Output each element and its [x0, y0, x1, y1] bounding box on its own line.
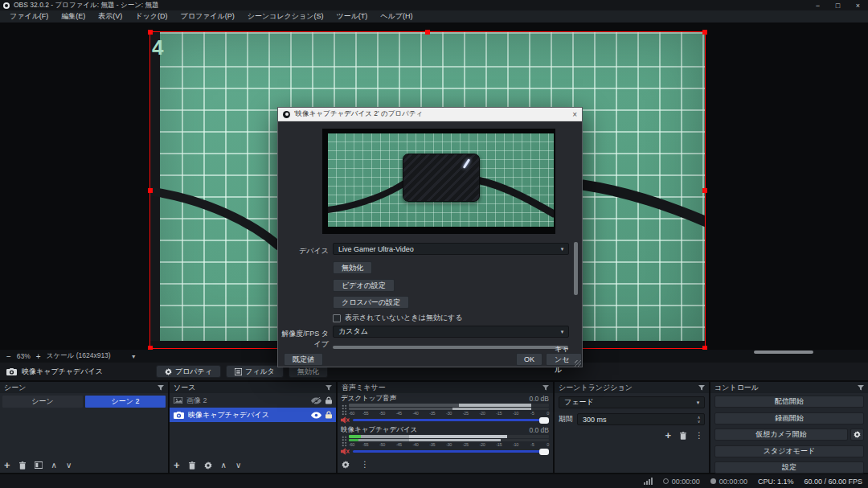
camera-icon	[6, 368, 17, 375]
duration-spinbox[interactable]: 300 ms ∧∨	[577, 413, 705, 425]
transition-selected-value: フェード	[564, 397, 594, 408]
start-recording-button[interactable]: 録画開始	[714, 412, 864, 424]
add-scene-icon[interactable]: +	[4, 460, 10, 470]
dialog-title-bar[interactable]: '映像キャプチャデバイス 2' のプロパティ ×	[278, 108, 582, 121]
scenes-dock-header: シーン	[0, 382, 168, 393]
transitions-content: フェード ▾ 期間 300 ms ∧∨ + ⋮	[555, 393, 709, 473]
source-row-image[interactable]: 画像 2	[170, 393, 336, 408]
add-source-icon[interactable]: +	[174, 460, 180, 470]
resize-handle-middle-right[interactable]	[702, 188, 707, 193]
channel-name: デスクトップ音声	[341, 394, 396, 404]
minimize-button[interactable]: −	[808, 0, 828, 10]
source-properties-gear-icon[interactable]	[204, 461, 212, 470]
sources-dock-header: ソース	[170, 382, 336, 393]
mute-icon[interactable]	[341, 416, 350, 424]
start-virtual-camera-button[interactable]: 仮想カメラ開始	[714, 429, 848, 441]
settings-button[interactable]: 設定	[714, 461, 864, 474]
mixer-menu-kebab-icon[interactable]: ⋮	[361, 461, 369, 469]
title-bar: OBS 32.0.2 - プロファイル: 無題 - シーン: 無題 − □ ×	[0, 0, 868, 10]
close-button[interactable]: ×	[848, 0, 868, 10]
transitions-dock-header: シーントランジション	[555, 382, 709, 393]
visibility-off-icon[interactable]	[311, 397, 321, 404]
studio-mode-button[interactable]: スタジオモード	[714, 445, 864, 457]
start-streaming-button[interactable]: 配信開始	[714, 396, 864, 408]
deactivate-when-not-showing-checkbox[interactable]: 表示されていないときは無効にする	[333, 313, 463, 323]
volume-slider[interactable]	[353, 450, 549, 453]
dialog-vertical-scrollbar[interactable]	[574, 242, 578, 295]
dock-filter-icon[interactable]	[542, 385, 549, 391]
deactivate-device-button[interactable]: 無効化	[333, 261, 372, 274]
volume-slider[interactable]	[353, 419, 549, 421]
zoom-in-button[interactable]: +	[36, 352, 41, 361]
menu-scene-collection[interactable]: シーンコレクション(S)	[241, 10, 330, 23]
ok-button[interactable]: OK	[516, 353, 542, 366]
configure-video-button[interactable]: ビデオの設定	[333, 279, 395, 292]
audio-mixer-dock: 音声ミキサー デスクトップ音声 0.0 dB	[338, 382, 553, 473]
move-source-up-icon[interactable]: ∧	[221, 461, 227, 470]
preview-horizontal-scrollbar[interactable]	[754, 351, 813, 354]
menu-file[interactable]: ファイル(F)	[3, 10, 55, 23]
menu-view[interactable]: 表示(V)	[92, 10, 129, 23]
scene-item-2[interactable]: シーン 2	[85, 396, 166, 408]
dialog-body: デバイス Live Gamer Ultra-Video ▾ 無効化 ビデオの設定…	[278, 121, 582, 367]
properties-button-label: プロパティ	[175, 367, 212, 377]
lock-icon[interactable]	[326, 396, 332, 404]
resize-handle-top-center[interactable]	[425, 30, 430, 35]
volume-slider-handle[interactable]	[539, 449, 549, 455]
advanced-audio-gear-icon[interactable]	[342, 461, 350, 469]
dropdown-caret-icon: ▾	[692, 400, 704, 406]
mixer-dock-title: 音声ミキサー	[342, 383, 386, 393]
transition-select[interactable]: フェード ▾	[559, 396, 705, 408]
transitions-dock: シーントランジション フェード ▾ 期間 300 ms ∧∨	[555, 382, 709, 473]
device-select[interactable]: Live Gamer Ultra-Video ▾	[333, 243, 569, 255]
checkbox-icon[interactable]	[333, 314, 341, 322]
resize-handle-top-left[interactable]	[148, 30, 153, 35]
mute-icon[interactable]	[341, 448, 350, 455]
res-fps-select[interactable]: カスタム ▾	[333, 326, 569, 338]
properties-button[interactable]: プロパティ	[156, 365, 221, 378]
menu-profile[interactable]: プロファイル(P)	[174, 10, 240, 23]
dock-filter-icon[interactable]	[326, 385, 332, 391]
dock-filter-icon[interactable]	[158, 385, 164, 391]
remove-scene-icon[interactable]	[19, 461, 26, 470]
channel-drag-grip[interactable]	[341, 404, 346, 416]
defaults-button[interactable]: 既定値	[284, 353, 323, 366]
channel-drag-grip[interactable]	[341, 435, 346, 447]
remove-source-icon[interactable]	[189, 461, 195, 470]
dock-filter-icon[interactable]	[858, 385, 864, 391]
dialog-close-button[interactable]: ×	[561, 110, 577, 119]
lock-icon[interactable]	[326, 411, 332, 419]
record-status-icon	[710, 478, 716, 484]
resize-handle-top-right[interactable]	[702, 30, 707, 35]
zoom-out-button[interactable]: −	[6, 352, 11, 361]
menu-edit[interactable]: 編集(E)	[55, 10, 92, 23]
sources-list: 画像 2 映像キャプチャデバイス	[170, 393, 336, 473]
scene-item-1[interactable]: シーン	[2, 396, 83, 408]
move-scene-up-icon[interactable]: ∧	[51, 461, 57, 470]
filters-button[interactable]: フィルタ	[226, 365, 284, 378]
source-row-capture-device[interactable]: 映像キャプチャデバイス	[170, 408, 336, 422]
scenes-toolbar: + ∧ ∨	[4, 460, 72, 470]
volume-slider-handle[interactable]	[539, 417, 549, 424]
visibility-on-icon[interactable]	[311, 412, 321, 419]
menu-help[interactable]: ヘルプ(H)	[374, 10, 419, 23]
dock-filter-icon[interactable]	[698, 385, 705, 391]
dialog-horizontal-scrollbar[interactable]	[333, 346, 568, 349]
dialog-resize-grip[interactable]	[575, 360, 581, 367]
configure-crossbar-button[interactable]: クロスバーの設定	[333, 296, 409, 309]
virtual-camera-settings-button[interactable]	[850, 429, 864, 441]
transition-menu-kebab-icon[interactable]: ⋮	[695, 430, 703, 441]
move-scene-down-icon[interactable]: ∨	[66, 461, 72, 470]
spinbox-arrows[interactable]: ∧∨	[694, 416, 704, 423]
maximize-button[interactable]: □	[828, 0, 848, 10]
volume-meter: -60-55-50-45-40-35-30-25-20-15-10-50	[349, 435, 549, 447]
menu-dock[interactable]: ドック(D)	[129, 10, 174, 23]
menu-tools[interactable]: ツール(T)	[330, 10, 374, 23]
volume-meter: -60-55-50-45-40-35-30-25-20-15-10-50	[349, 404, 549, 416]
add-transition-icon[interactable]: +	[665, 430, 671, 441]
remove-transition-icon[interactable]	[680, 430, 686, 441]
resize-handle-middle-left[interactable]	[148, 188, 153, 193]
move-source-down-icon[interactable]: ∨	[235, 461, 241, 470]
grid-mode-icon[interactable]	[35, 461, 43, 469]
scale-dropdown-caret-icon[interactable]: ▼	[131, 354, 137, 359]
